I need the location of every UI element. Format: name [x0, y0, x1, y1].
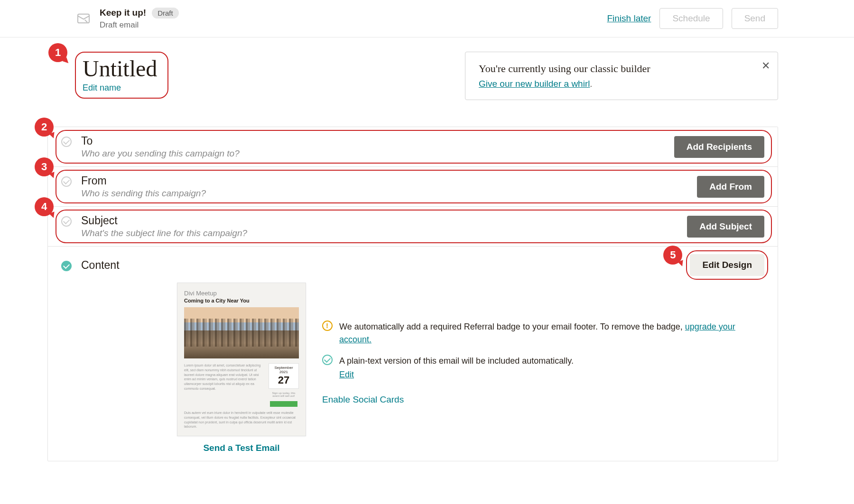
preview-subheading: Coming to a City Near You	[184, 298, 299, 303]
content-notes: We automatically add a required Referral…	[322, 283, 764, 405]
campaign-panel: 2 To Who are you sending this campaign t…	[47, 127, 778, 461]
check-icon	[61, 137, 72, 147]
note-plaintext: A plain-text version of this email will …	[322, 355, 764, 381]
add-from-button[interactable]: Add From	[697, 176, 764, 198]
step-content-title: Content	[81, 259, 120, 272]
header-title-row: Keep it up! Draft	[100, 8, 179, 18]
close-icon[interactable]: ✕	[761, 60, 770, 72]
campaign-name-block: Untitled Edit name	[47, 52, 168, 99]
annotation-highlight-1: Untitled Edit name	[75, 52, 168, 99]
edit-design-wrap: 5 Edit Design	[690, 254, 764, 276]
preview-month: September 2021	[271, 366, 297, 374]
annotation-tail-4	[49, 211, 56, 219]
title-row: Untitled Edit name You're currently usin…	[47, 52, 778, 100]
email-draft-icon	[76, 11, 91, 26]
header-title: Keep it up!	[100, 8, 146, 18]
campaign-name: Untitled	[83, 57, 157, 80]
annotation-tail-2	[49, 132, 56, 139]
step-content: Content 5 Edit Design Divi Meetup Coming…	[48, 247, 778, 461]
main-area: 1 Untitled Edit name You're currently us…	[0, 37, 854, 480]
content-body: Divi Meetup Coming to a City Near You Lo…	[61, 283, 764, 453]
preview-heading: Divi Meetup	[184, 290, 299, 297]
promo-title: You're currently using our classic build…	[479, 63, 764, 75]
step-from: 3 From Who is sending this campaign? Add…	[48, 167, 778, 207]
preview-hero-image	[184, 307, 299, 358]
status-badge: Draft	[152, 8, 179, 18]
topbar-left: Keep it up! Draft Draft email	[76, 8, 179, 30]
svg-rect-0	[78, 14, 89, 23]
add-recipients-button[interactable]: Add Recipients	[674, 136, 764, 158]
top-bar: Keep it up! Draft Draft email Finish lat…	[0, 0, 854, 37]
step-subject: 4 Subject What's the subject line for th…	[48, 207, 778, 247]
edit-plaintext-link[interactable]: Edit	[339, 368, 354, 381]
note-warning: We automatically add a required Referral…	[322, 321, 764, 346]
check-done-icon	[61, 261, 72, 271]
enable-social-cards-link[interactable]: Enable Social Cards	[322, 394, 404, 405]
note-ok-text: A plain-text version of this email will …	[339, 356, 574, 366]
annotation-tail-3	[49, 172, 56, 179]
promo-banner: You're currently using our classic build…	[465, 52, 778, 100]
preview-register-button	[270, 401, 297, 407]
email-preview[interactable]: Divi Meetup Coming to a City Near You Lo…	[177, 283, 306, 436]
check-icon	[61, 176, 72, 187]
topbar-right: Finish later Schedule Send	[607, 8, 778, 29]
step-to-sub: Who are you sending this campaign to?	[81, 148, 240, 159]
check-ok-icon	[322, 355, 333, 365]
preview-date-card: September 2021 27	[269, 363, 299, 389]
preview-day: 27	[271, 375, 297, 385]
header-title-block: Keep it up! Draft Draft email	[100, 8, 179, 30]
edit-name-link[interactable]: Edit name	[83, 83, 121, 93]
step-to-title: To	[81, 135, 240, 147]
step-subject-sub: What's the subject line for this campaig…	[81, 228, 247, 238]
promo-period: .	[590, 80, 592, 88]
preview-lorem2: Duis autem vel eum iriure dolor in hendr…	[184, 411, 299, 429]
step-to: 2 To Who are you sending this campaign t…	[48, 127, 778, 167]
preview-signup: Sign up today, this event will sell out!	[269, 392, 299, 397]
warning-icon	[322, 321, 333, 331]
step-from-title: From	[81, 174, 206, 187]
step-from-sub: Who is sending this campaign?	[81, 188, 206, 199]
annotation-tail-5	[678, 260, 685, 267]
header-subtitle: Draft email	[100, 20, 179, 30]
step-subject-title: Subject	[81, 214, 247, 227]
preview-column: Divi Meetup Coming to a City Near You Lo…	[177, 283, 306, 453]
send-button[interactable]: Send	[732, 8, 778, 29]
send-test-email-link[interactable]: Send a Test Email	[203, 443, 279, 453]
check-icon	[61, 216, 72, 227]
note-warn-text: We automatically add a required Referral…	[339, 322, 685, 331]
add-subject-button[interactable]: Add Subject	[687, 216, 764, 238]
promo-link[interactable]: Give our new builder a whirl	[479, 79, 590, 89]
schedule-button[interactable]: Schedule	[659, 8, 723, 29]
preview-lorem: Lorem ipsum dolor sit amet, consectetuer…	[184, 363, 264, 407]
edit-design-button[interactable]: Edit Design	[690, 254, 764, 276]
finish-later-link[interactable]: Finish later	[607, 13, 651, 24]
